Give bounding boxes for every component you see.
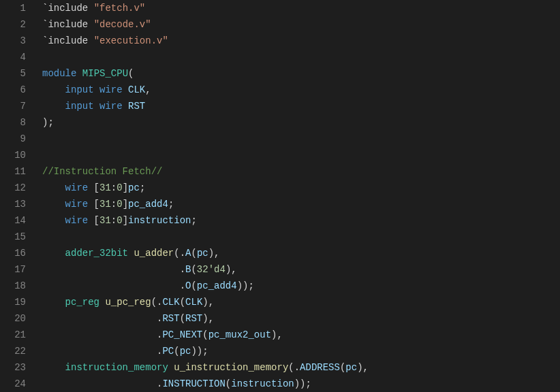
code-token: ] xyxy=(123,182,128,193)
code-line[interactable]: `include "execution.v" xyxy=(42,33,560,49)
code-token: instruction xyxy=(128,215,191,226)
code-line[interactable]: .PC_NEXT(pc_mux2_out), xyxy=(42,327,560,343)
line-number: 2 xyxy=(0,16,26,33)
code-line[interactable]: .O(pc_add4)); xyxy=(42,278,560,294)
code-token xyxy=(42,362,65,373)
code-line[interactable]: .RST(RST), xyxy=(42,310,560,327)
line-number: 1 xyxy=(0,0,26,16)
code-token: . xyxy=(42,329,162,340)
code-token: u_pc_reg xyxy=(105,297,151,308)
code-token: ; xyxy=(140,182,145,193)
code-token: [ xyxy=(88,215,99,226)
code-token: ), xyxy=(271,329,283,340)
code-token: `include xyxy=(42,3,94,14)
code-line[interactable] xyxy=(42,49,560,65)
code-token: wire xyxy=(65,215,89,226)
code-line[interactable] xyxy=(42,131,560,147)
code-token: )); xyxy=(191,346,208,357)
code-token: ( xyxy=(191,248,196,259)
code-token xyxy=(42,199,65,210)
code-token: input xyxy=(65,84,94,95)
code-token: ( xyxy=(180,313,185,324)
code-token: instruction xyxy=(231,378,294,389)
code-token: [ xyxy=(88,199,99,210)
code-line[interactable] xyxy=(42,147,560,163)
code-token: pc_add4 xyxy=(128,199,168,210)
line-number: 11 xyxy=(0,163,26,180)
code-line[interactable]: //Instruction Fetch// xyxy=(42,163,560,180)
code-token: ( xyxy=(191,264,196,275)
code-line[interactable]: ); xyxy=(42,114,560,131)
code-line[interactable] xyxy=(42,229,560,245)
code-line[interactable]: input wire CLK, xyxy=(42,82,560,98)
code-token: instruction_memory xyxy=(65,362,168,373)
line-number: 16 xyxy=(0,245,26,261)
code-token: wire xyxy=(65,199,89,210)
code-token: . xyxy=(42,346,162,357)
line-number: 17 xyxy=(0,261,26,278)
line-number: 9 xyxy=(0,131,26,147)
code-token: ), xyxy=(208,248,220,259)
code-token: input xyxy=(65,101,94,112)
code-token: ] xyxy=(123,199,128,210)
code-token: INSTRUCTION xyxy=(162,378,225,389)
code-token: 31 xyxy=(99,199,111,210)
code-token: `include xyxy=(42,35,94,46)
line-number: 6 xyxy=(0,82,26,98)
code-token: wire xyxy=(99,101,123,112)
code-token xyxy=(42,182,65,193)
code-token: ; xyxy=(191,215,196,226)
code-token: ( xyxy=(174,346,179,357)
code-line[interactable]: wire [31:0]pc_add4; xyxy=(42,196,560,212)
code-token: 31 xyxy=(99,215,111,226)
code-token: . xyxy=(42,280,185,291)
code-line[interactable]: wire [31:0]instruction; xyxy=(42,212,560,229)
code-token: u_instruction_memory xyxy=(174,362,288,373)
code-token: 0 xyxy=(116,199,122,210)
code-token xyxy=(168,362,174,373)
code-area[interactable]: `include "fetch.v"`include "decode.v"`in… xyxy=(38,0,560,392)
code-line[interactable]: input wire RST xyxy=(42,98,560,114)
code-line[interactable]: wire [31:0]pc; xyxy=(42,180,560,196)
code-token: PC_NEXT xyxy=(162,329,202,340)
code-token: ] xyxy=(123,215,128,226)
line-number: 23 xyxy=(0,359,26,376)
line-number: 22 xyxy=(0,343,26,359)
code-token: pc xyxy=(345,362,357,373)
code-token: . xyxy=(42,264,185,275)
code-token: 31 xyxy=(99,182,111,193)
code-line[interactable]: pc_reg u_pc_reg(.CLK(CLK), xyxy=(42,294,560,310)
code-token: , xyxy=(145,84,151,95)
code-token: ), xyxy=(357,362,369,373)
code-token xyxy=(94,84,99,95)
code-line[interactable]: .B(32'd4), xyxy=(42,261,560,278)
code-token: pc xyxy=(180,346,191,357)
code-token: `include xyxy=(42,19,94,30)
code-line[interactable]: instruction_memory u_instruction_memory(… xyxy=(42,359,560,376)
code-line[interactable]: `include "fetch.v" xyxy=(42,0,560,16)
code-token: CLK xyxy=(162,297,179,308)
code-line[interactable]: adder_32bit u_adder(.A(pc), xyxy=(42,245,560,261)
code-token: wire xyxy=(65,182,89,193)
line-number: 20 xyxy=(0,310,26,327)
code-editor[interactable]: 123456789101112131415161718192021222324 … xyxy=(0,0,560,392)
line-number: 3 xyxy=(0,33,26,49)
code-token: : xyxy=(111,199,116,210)
code-token: . xyxy=(42,378,162,389)
line-number: 8 xyxy=(0,114,26,131)
code-token: "fetch.v" xyxy=(94,3,146,14)
code-line[interactable]: .INSTRUCTION(instruction)); xyxy=(42,376,560,392)
line-number: 14 xyxy=(0,212,26,229)
code-line[interactable]: .PC(pc)); xyxy=(42,343,560,359)
code-token xyxy=(94,101,99,112)
code-token: (. xyxy=(288,362,300,373)
code-line[interactable]: `include "decode.v" xyxy=(42,16,560,33)
code-token: ( xyxy=(191,280,196,291)
code-token: ; xyxy=(168,199,174,210)
code-token: pc_add4 xyxy=(197,280,237,291)
code-token: "execution.v" xyxy=(94,35,168,46)
code-token: 0 xyxy=(116,215,122,226)
code-token xyxy=(76,68,82,79)
code-line[interactable]: module MIPS_CPU( xyxy=(42,65,560,82)
code-token xyxy=(123,84,128,95)
